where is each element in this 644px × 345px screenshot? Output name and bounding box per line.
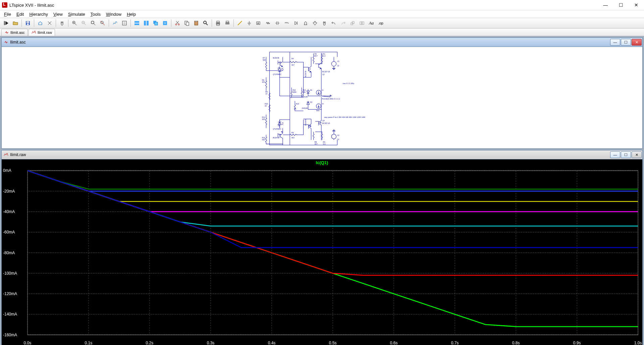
diode-button[interactable]: [292, 19, 301, 27]
svg-point-22: [204, 21, 206, 24]
x-tick-label[interactable]: 0.1s: [85, 341, 93, 345]
y-tick-label[interactable]: -60mA: [3, 230, 15, 234]
x-tick-label[interactable]: 0.8s: [512, 341, 520, 345]
menu-view[interactable]: View: [51, 11, 65, 17]
minimize-button[interactable]: —: [598, 0, 613, 10]
svg-text:.step param P list 1 20K 40K 6: .step param P list 1 20K 40K 60K 80K 100…: [324, 116, 366, 118]
x-tick-label[interactable]: 0.2s: [146, 341, 154, 345]
spice-directive-button[interactable]: .op: [376, 19, 385, 27]
x-tick-label[interactable]: 0.5s: [329, 341, 337, 345]
paste-button[interactable]: [192, 19, 201, 27]
svg-text:Q4: Q4: [322, 120, 325, 122]
zoom-in-button[interactable]: [70, 19, 79, 27]
run-button[interactable]: [2, 19, 10, 27]
menu-simulate[interactable]: Simulate: [65, 11, 88, 17]
mdi-title: Ilimit.asc: [10, 40, 26, 45]
menu-window[interactable]: Window: [103, 11, 124, 17]
open-button[interactable]: [11, 19, 20, 27]
svg-text:R4: R4: [291, 58, 294, 60]
cascade-button[interactable]: [151, 19, 160, 27]
tab-waveform[interactable]: Ilimit.raw: [29, 29, 55, 36]
drag-button[interactable]: [320, 19, 329, 27]
x-tick-label[interactable]: 0.4s: [268, 341, 276, 345]
svg-rect-21: [195, 21, 197, 22]
mdi-maximize-button[interactable]: ☐: [621, 39, 631, 46]
x-tick-label[interactable]: 0.6s: [390, 341, 398, 345]
inductor-button[interactable]: [282, 19, 291, 27]
y-tick-label[interactable]: -160mA: [3, 333, 17, 337]
x-tick-label[interactable]: 0.9s: [573, 341, 581, 345]
menu-file[interactable]: File: [1, 11, 14, 17]
print-setup-button[interactable]: [223, 19, 232, 27]
pan-button[interactable]: [58, 19, 66, 27]
svg-rect-2: [27, 23, 29, 25]
zoom-out-button[interactable]: [79, 19, 88, 27]
schematic-canvas[interactable]: R7 560 BC557B Q2 D3 QTLP690C R4 4K7 Q3 B…: [2, 47, 642, 148]
control-panel-button[interactable]: [36, 19, 45, 27]
mdi-close-button[interactable]: ✕: [632, 151, 642, 158]
rotate-button[interactable]: [348, 19, 357, 27]
autorange-button[interactable]: [111, 19, 119, 27]
svg-text:QTLP690C: QTLP690C: [273, 73, 282, 75]
plot-settings-button[interactable]: [120, 19, 129, 27]
mdi-close-button[interactable]: ✕: [632, 39, 642, 46]
cut-button[interactable]: [173, 19, 182, 27]
cut-tool-button[interactable]: [45, 19, 54, 27]
maximize-button[interactable]: ☐: [613, 0, 629, 10]
close-button[interactable]: ✕: [629, 0, 644, 10]
text-button[interactable]: Aa: [367, 19, 376, 27]
find-button[interactable]: [201, 19, 210, 27]
tile-h-button[interactable]: [132, 19, 141, 27]
component-button[interactable]: [301, 19, 310, 27]
x-tick-label[interactable]: 0.3s: [207, 341, 215, 345]
mdi-minimize-button[interactable]: —: [610, 151, 620, 158]
svg-text:4K7: 4K7: [315, 55, 318, 57]
move-button[interactable]: [311, 19, 319, 27]
y-tick-label[interactable]: -120mA: [3, 291, 17, 296]
resistor-button[interactable]: [264, 19, 272, 27]
copy-button[interactable]: [182, 19, 191, 27]
toolbar: A Aa .op: [0, 18, 644, 28]
y-tick-label[interactable]: -40mA: [3, 209, 15, 214]
x-tick-label[interactable]: 0.7s: [451, 341, 459, 345]
x-tick-label[interactable]: 1.0s: [634, 341, 642, 345]
mdi-maximize-button[interactable]: ☐: [621, 151, 631, 158]
svg-text:4K7: 4K7: [315, 143, 318, 145]
draw-wire-button[interactable]: [235, 19, 244, 27]
close-all-button[interactable]: [161, 19, 169, 27]
tab-label: Ilimit.raw: [38, 30, 52, 34]
schematic-titlebar[interactable]: Ilimit.asc — ☐ ✕: [2, 38, 642, 47]
svg-text:1N4148: 1N4148: [302, 96, 308, 98]
svg-rect-27: [226, 21, 229, 22]
plot-titlebar[interactable]: Ilimit.raw — ☐ ✕: [2, 150, 642, 159]
save-button[interactable]: [23, 19, 32, 27]
capacitor-button[interactable]: [273, 19, 282, 27]
svg-rect-10: [135, 23, 139, 25]
menu-edit[interactable]: Edit: [14, 11, 26, 17]
ground-button[interactable]: [245, 19, 254, 27]
svg-text:68K: 68K: [303, 91, 306, 93]
window-title: LTspice XVII - Ilimit.asc: [9, 3, 54, 8]
menu-hierarchy[interactable]: Hierarchy: [26, 11, 51, 17]
redo-button[interactable]: [339, 19, 347, 27]
zoom-fit-button[interactable]: [89, 19, 98, 27]
zoom-box-button[interactable]: [98, 19, 107, 27]
undo-button[interactable]: [329, 19, 338, 27]
print-button[interactable]: [214, 19, 222, 27]
tile-v-button[interactable]: [142, 19, 151, 27]
menu-tools[interactable]: Tools: [88, 11, 103, 17]
plot-canvas[interactable]: Ic(Q1) 0mA-20mA-40mA-60mA-80mA-100mA-120…: [2, 159, 642, 345]
tab-schematic[interactable]: Ilimit.asc: [1, 29, 28, 36]
svg-text:Q6: Q6: [279, 134, 281, 136]
mdi-minimize-button[interactable]: —: [610, 39, 620, 46]
y-tick-label[interactable]: -20mA: [3, 189, 15, 194]
menu-help[interactable]: Help: [124, 11, 139, 17]
y-tick-label[interactable]: -140mA: [3, 312, 17, 317]
svg-point-50: [331, 61, 336, 66]
y-tick-label[interactable]: 0mA: [3, 168, 11, 173]
y-tick-label[interactable]: -80mA: [3, 251, 15, 255]
label-net-button[interactable]: A: [254, 19, 263, 27]
x-tick-label[interactable]: 0.0s: [24, 341, 32, 345]
mirror-button[interactable]: [358, 19, 366, 27]
y-tick-label[interactable]: -100mA: [3, 271, 17, 276]
